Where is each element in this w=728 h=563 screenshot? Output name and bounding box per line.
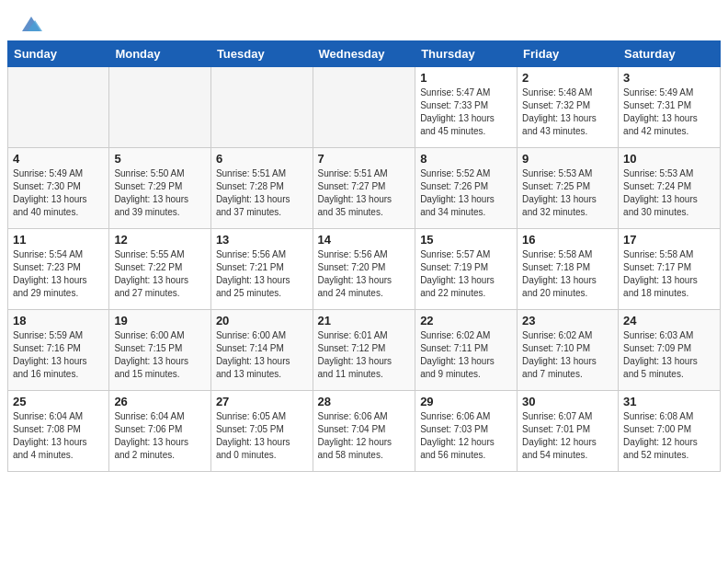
day-number: 28 <box>318 395 411 408</box>
day-info: Sunrise: 6:04 AMSunset: 7:08 PMDaylight:… <box>13 410 104 462</box>
calendar-cell <box>8 67 109 148</box>
day-info: Sunrise: 5:56 AMSunset: 7:21 PMDaylight:… <box>216 248 308 300</box>
day-number: 11 <box>13 233 104 247</box>
day-number: 3 <box>623 71 715 85</box>
calendar-cell: 18Sunrise: 5:59 AMSunset: 7:16 PMDayligh… <box>8 310 109 391</box>
day-number: 30 <box>522 395 613 408</box>
calendar-week-2: 4Sunrise: 5:49 AMSunset: 7:30 PMDaylight… <box>8 148 721 229</box>
logo <box>18 15 42 33</box>
day-info: Sunrise: 5:58 AMSunset: 7:18 PMDaylight:… <box>522 248 613 300</box>
day-info: Sunrise: 5:59 AMSunset: 7:16 PMDaylight:… <box>13 329 104 381</box>
day-info: Sunrise: 5:53 AMSunset: 7:24 PMDaylight:… <box>623 167 715 219</box>
calendar-cell: 23Sunrise: 6:02 AMSunset: 7:10 PMDayligh… <box>518 310 619 391</box>
weekday-header-monday: Monday <box>109 41 211 67</box>
calendar-week-5: 25Sunrise: 6:04 AMSunset: 7:08 PMDayligh… <box>8 391 721 472</box>
day-number: 13 <box>216 233 308 247</box>
logo-icon <box>20 15 42 33</box>
day-number: 31 <box>623 395 715 408</box>
day-info: Sunrise: 6:02 AMSunset: 7:11 PMDaylight:… <box>420 329 512 381</box>
day-number: 2 <box>522 71 613 85</box>
day-number: 6 <box>216 152 308 166</box>
day-info: Sunrise: 6:00 AMSunset: 7:14 PMDaylight:… <box>216 329 308 381</box>
calendar-cell: 20Sunrise: 6:00 AMSunset: 7:14 PMDayligh… <box>210 310 313 391</box>
day-info: Sunrise: 5:51 AMSunset: 7:27 PMDaylight:… <box>318 167 411 219</box>
calendar-cell: 21Sunrise: 6:01 AMSunset: 7:12 PMDayligh… <box>313 310 415 391</box>
day-info: Sunrise: 5:50 AMSunset: 7:29 PMDaylight:… <box>114 167 206 219</box>
day-info: Sunrise: 5:58 AMSunset: 7:17 PMDaylight:… <box>623 248 715 300</box>
day-info: Sunrise: 6:02 AMSunset: 7:10 PMDaylight:… <box>522 329 613 381</box>
weekday-header-friday: Friday <box>518 41 619 67</box>
calendar-cell <box>109 67 211 148</box>
day-info: Sunrise: 5:56 AMSunset: 7:20 PMDaylight:… <box>318 248 411 300</box>
calendar-cell: 24Sunrise: 6:03 AMSunset: 7:09 PMDayligh… <box>619 310 721 391</box>
day-info: Sunrise: 6:08 AMSunset: 7:00 PMDaylight:… <box>623 410 715 462</box>
day-number: 19 <box>114 314 206 327</box>
calendar-cell <box>313 67 415 148</box>
day-info: Sunrise: 6:06 AMSunset: 7:04 PMDaylight:… <box>318 410 411 462</box>
day-number: 20 <box>216 314 308 327</box>
calendar-body: 1Sunrise: 5:47 AMSunset: 7:33 PMDaylight… <box>8 67 721 472</box>
calendar-week-1: 1Sunrise: 5:47 AMSunset: 7:33 PMDaylight… <box>8 67 721 148</box>
day-number: 10 <box>623 152 715 166</box>
day-info: Sunrise: 5:48 AMSunset: 7:32 PMDaylight:… <box>522 86 613 138</box>
calendar-cell: 4Sunrise: 5:49 AMSunset: 7:30 PMDaylight… <box>8 148 109 229</box>
day-info: Sunrise: 5:55 AMSunset: 7:22 PMDaylight:… <box>114 248 206 300</box>
weekday-header-thursday: Thursday <box>415 41 518 67</box>
weekday-header-saturday: Saturday <box>619 41 721 67</box>
weekday-header-wednesday: Wednesday <box>313 41 415 67</box>
day-number: 1 <box>420 71 512 85</box>
day-info: Sunrise: 6:01 AMSunset: 7:12 PMDaylight:… <box>318 329 411 381</box>
calendar-cell: 14Sunrise: 5:56 AMSunset: 7:20 PMDayligh… <box>313 229 415 310</box>
calendar-cell: 25Sunrise: 6:04 AMSunset: 7:08 PMDayligh… <box>8 391 109 472</box>
day-number: 21 <box>318 314 411 327</box>
calendar-cell: 19Sunrise: 6:00 AMSunset: 7:15 PMDayligh… <box>109 310 211 391</box>
page-header <box>0 0 728 40</box>
day-info: Sunrise: 6:05 AMSunset: 7:05 PMDaylight:… <box>216 410 308 462</box>
day-number: 5 <box>114 152 206 166</box>
calendar-cell: 16Sunrise: 5:58 AMSunset: 7:18 PMDayligh… <box>518 229 619 310</box>
day-number: 22 <box>420 314 512 327</box>
weekday-header-sunday: Sunday <box>8 41 109 67</box>
calendar-cell: 2Sunrise: 5:48 AMSunset: 7:32 PMDaylight… <box>518 67 619 148</box>
calendar-cell: 17Sunrise: 5:58 AMSunset: 7:17 PMDayligh… <box>619 229 721 310</box>
calendar-table: SundayMondayTuesdayWednesdayThursdayFrid… <box>7 40 721 472</box>
calendar-cell: 1Sunrise: 5:47 AMSunset: 7:33 PMDaylight… <box>415 67 518 148</box>
calendar-cell: 27Sunrise: 6:05 AMSunset: 7:05 PMDayligh… <box>210 391 313 472</box>
day-info: Sunrise: 5:54 AMSunset: 7:23 PMDaylight:… <box>13 248 104 300</box>
day-number: 7 <box>318 152 411 166</box>
calendar-header: SundayMondayTuesdayWednesdayThursdayFrid… <box>8 41 721 67</box>
day-number: 27 <box>216 395 308 408</box>
calendar-wrapper: SundayMondayTuesdayWednesdayThursdayFrid… <box>0 40 728 472</box>
calendar-cell: 5Sunrise: 5:50 AMSunset: 7:29 PMDaylight… <box>109 148 211 229</box>
weekday-header-tuesday: Tuesday <box>210 41 313 67</box>
calendar-cell: 13Sunrise: 5:56 AMSunset: 7:21 PMDayligh… <box>210 229 313 310</box>
day-number: 18 <box>13 314 104 327</box>
day-info: Sunrise: 6:04 AMSunset: 7:06 PMDaylight:… <box>114 410 206 462</box>
calendar-cell: 22Sunrise: 6:02 AMSunset: 7:11 PMDayligh… <box>415 310 518 391</box>
day-info: Sunrise: 6:07 AMSunset: 7:01 PMDaylight:… <box>522 410 613 462</box>
calendar-cell: 3Sunrise: 5:49 AMSunset: 7:31 PMDaylight… <box>619 67 721 148</box>
day-number: 8 <box>420 152 512 166</box>
day-info: Sunrise: 6:06 AMSunset: 7:03 PMDaylight:… <box>420 410 512 462</box>
calendar-cell: 26Sunrise: 6:04 AMSunset: 7:06 PMDayligh… <box>109 391 211 472</box>
day-number: 23 <box>522 314 613 327</box>
day-info: Sunrise: 5:57 AMSunset: 7:19 PMDaylight:… <box>420 248 512 300</box>
day-number: 14 <box>318 233 411 247</box>
day-number: 4 <box>13 152 104 166</box>
day-info: Sunrise: 5:52 AMSunset: 7:26 PMDaylight:… <box>420 167 512 219</box>
calendar-cell: 15Sunrise: 5:57 AMSunset: 7:19 PMDayligh… <box>415 229 518 310</box>
day-number: 24 <box>623 314 715 327</box>
weekday-header-row: SundayMondayTuesdayWednesdayThursdayFrid… <box>8 41 721 67</box>
day-info: Sunrise: 6:03 AMSunset: 7:09 PMDaylight:… <box>623 329 715 381</box>
day-number: 29 <box>420 395 512 408</box>
day-number: 12 <box>114 233 206 247</box>
day-info: Sunrise: 5:53 AMSunset: 7:25 PMDaylight:… <box>522 167 613 219</box>
calendar-cell: 7Sunrise: 5:51 AMSunset: 7:27 PMDaylight… <box>313 148 415 229</box>
day-number: 15 <box>420 233 512 247</box>
calendar-week-4: 18Sunrise: 5:59 AMSunset: 7:16 PMDayligh… <box>8 310 721 391</box>
calendar-cell: 6Sunrise: 5:51 AMSunset: 7:28 PMDaylight… <box>210 148 313 229</box>
day-number: 25 <box>13 395 104 408</box>
calendar-cell: 10Sunrise: 5:53 AMSunset: 7:24 PMDayligh… <box>619 148 721 229</box>
calendar-cell: 29Sunrise: 6:06 AMSunset: 7:03 PMDayligh… <box>415 391 518 472</box>
day-info: Sunrise: 5:49 AMSunset: 7:31 PMDaylight:… <box>623 86 715 138</box>
